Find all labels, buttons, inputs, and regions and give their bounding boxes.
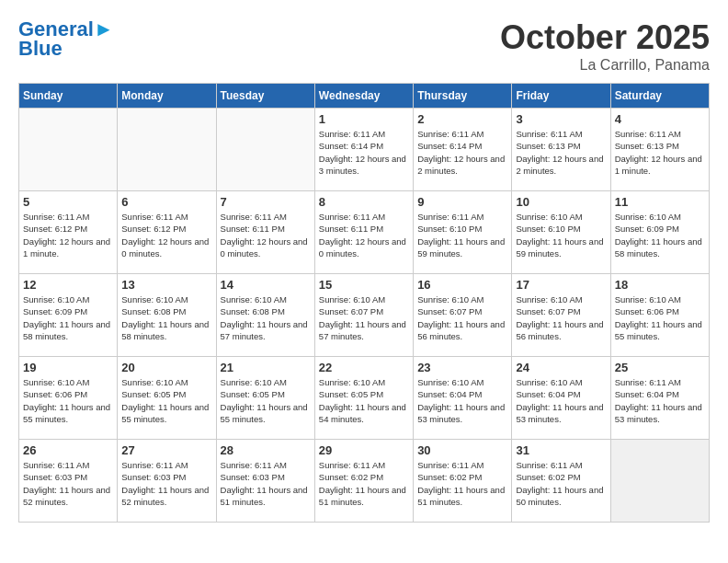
day-info: Sunrise: 6:10 AM Sunset: 6:10 PM Dayligh…: [516, 211, 606, 259]
calendar-cell: 16Sunrise: 6:10 AM Sunset: 6:07 PM Dayli…: [414, 274, 512, 357]
day-number: 28: [221, 443, 311, 457]
calendar-cell: [610, 440, 709, 523]
day-number: 31: [516, 443, 606, 457]
calendar-cell: [19, 109, 118, 191]
calendar-cell: 14Sunrise: 6:10 AM Sunset: 6:08 PM Dayli…: [216, 274, 314, 357]
day-info: Sunrise: 6:10 AM Sunset: 6:05 PM Dayligh…: [121, 376, 211, 425]
day-number: 12: [23, 278, 113, 292]
calendar-cell: 26Sunrise: 6:11 AM Sunset: 6:03 PM Dayli…: [19, 440, 118, 523]
calendar-cell: 13Sunrise: 6:10 AM Sunset: 6:08 PM Dayli…: [118, 274, 216, 357]
location-subtitle: La Carrillo, Panama: [500, 57, 710, 74]
calendar-cell: 31Sunrise: 6:11 AM Sunset: 6:02 PM Dayli…: [512, 440, 610, 523]
calendar-cell: 15Sunrise: 6:10 AM Sunset: 6:07 PM Dayli…: [314, 274, 413, 357]
day-number: 24: [516, 361, 606, 374]
calendar-cell: 20Sunrise: 6:10 AM Sunset: 6:05 PM Dayli…: [118, 357, 216, 440]
day-info: Sunrise: 6:10 AM Sunset: 6:08 PM Dayligh…: [221, 293, 311, 342]
calendar-cell: 10Sunrise: 6:10 AM Sunset: 6:10 PM Dayli…: [512, 191, 610, 274]
day-info: Sunrise: 6:11 AM Sunset: 6:03 PM Dayligh…: [23, 459, 113, 508]
day-number: 4: [615, 112, 705, 126]
calendar-cell: 30Sunrise: 6:11 AM Sunset: 6:02 PM Dayli…: [414, 440, 512, 523]
calendar-cell: 4Sunrise: 6:11 AM Sunset: 6:13 PM Daylig…: [610, 109, 709, 191]
day-info: Sunrise: 6:11 AM Sunset: 6:11 PM Dayligh…: [319, 211, 409, 259]
day-info: Sunrise: 6:11 AM Sunset: 6:11 PM Dayligh…: [221, 211, 311, 259]
day-number: 5: [23, 195, 113, 209]
day-number: 26: [23, 443, 113, 457]
day-number: 29: [319, 443, 409, 457]
day-number: 2: [417, 112, 507, 126]
calendar-cell: [216, 109, 314, 191]
day-number: 21: [221, 361, 311, 374]
day-info: Sunrise: 6:11 AM Sunset: 6:03 PM Dayligh…: [221, 459, 311, 508]
calendar-table: SundayMondayTuesdayWednesdayThursdayFrid…: [18, 83, 710, 523]
calendar-cell: 18Sunrise: 6:10 AM Sunset: 6:06 PM Dayli…: [610, 274, 709, 357]
calendar-cell: 29Sunrise: 6:11 AM Sunset: 6:02 PM Dayli…: [314, 440, 413, 523]
calendar-cell: 8Sunrise: 6:11 AM Sunset: 6:11 PM Daylig…: [314, 191, 413, 274]
day-number: 18: [615, 278, 705, 292]
calendar-cell: 17Sunrise: 6:10 AM Sunset: 6:07 PM Dayli…: [512, 274, 610, 357]
day-info: Sunrise: 6:11 AM Sunset: 6:12 PM Dayligh…: [23, 211, 113, 259]
day-number: 7: [221, 195, 311, 209]
day-info: Sunrise: 6:11 AM Sunset: 6:13 PM Dayligh…: [615, 128, 705, 177]
day-info: Sunrise: 6:10 AM Sunset: 6:06 PM Dayligh…: [23, 376, 113, 425]
calendar-cell: 12Sunrise: 6:10 AM Sunset: 6:09 PM Dayli…: [19, 274, 118, 357]
day-number: 8: [319, 195, 409, 209]
day-info: Sunrise: 6:10 AM Sunset: 6:07 PM Dayligh…: [319, 293, 409, 342]
day-info: Sunrise: 6:10 AM Sunset: 6:07 PM Dayligh…: [417, 293, 507, 342]
day-number: 19: [23, 361, 113, 374]
calendar-week-3: 12Sunrise: 6:10 AM Sunset: 6:09 PM Dayli…: [19, 274, 710, 357]
calendar-cell: 7Sunrise: 6:11 AM Sunset: 6:11 PM Daylig…: [216, 191, 314, 274]
day-info: Sunrise: 6:10 AM Sunset: 6:04 PM Dayligh…: [417, 376, 507, 425]
day-number: 22: [319, 361, 409, 374]
day-info: Sunrise: 6:11 AM Sunset: 6:02 PM Dayligh…: [319, 459, 409, 508]
calendar-cell: 5Sunrise: 6:11 AM Sunset: 6:12 PM Daylig…: [19, 191, 118, 274]
calendar-cell: 6Sunrise: 6:11 AM Sunset: 6:12 PM Daylig…: [118, 191, 216, 274]
day-info: Sunrise: 6:10 AM Sunset: 6:07 PM Dayligh…: [516, 293, 606, 342]
calendar-cell: 24Sunrise: 6:10 AM Sunset: 6:04 PM Dayli…: [512, 357, 610, 440]
day-info: Sunrise: 6:10 AM Sunset: 6:09 PM Dayligh…: [615, 211, 705, 259]
day-info: Sunrise: 6:11 AM Sunset: 6:13 PM Dayligh…: [516, 128, 606, 177]
logo: General► Blue: [18, 18, 114, 61]
calendar-cell: 22Sunrise: 6:10 AM Sunset: 6:05 PM Dayli…: [314, 357, 413, 440]
column-header-friday: Friday: [512, 84, 610, 109]
day-number: 11: [615, 195, 705, 209]
calendar-cell: [118, 109, 216, 191]
day-number: 1: [319, 112, 409, 126]
calendar-cell: 25Sunrise: 6:11 AM Sunset: 6:04 PM Dayli…: [610, 357, 709, 440]
calendar-week-4: 19Sunrise: 6:10 AM Sunset: 6:06 PM Dayli…: [19, 357, 710, 440]
day-number: 16: [417, 278, 507, 292]
column-header-monday: Monday: [118, 84, 216, 109]
day-number: 13: [121, 278, 211, 292]
day-number: 30: [417, 443, 507, 457]
calendar-cell: 3Sunrise: 6:11 AM Sunset: 6:13 PM Daylig…: [512, 109, 610, 191]
day-number: 3: [516, 112, 606, 126]
day-info: Sunrise: 6:10 AM Sunset: 6:05 PM Dayligh…: [319, 376, 409, 425]
column-header-saturday: Saturday: [610, 84, 709, 109]
column-header-wednesday: Wednesday: [314, 84, 413, 109]
day-info: Sunrise: 6:10 AM Sunset: 6:09 PM Dayligh…: [23, 293, 113, 342]
calendar-week-5: 26Sunrise: 6:11 AM Sunset: 6:03 PM Dayli…: [19, 440, 710, 523]
calendar-cell: 27Sunrise: 6:11 AM Sunset: 6:03 PM Dayli…: [118, 440, 216, 523]
calendar-cell: 11Sunrise: 6:10 AM Sunset: 6:09 PM Dayli…: [610, 191, 709, 274]
day-info: Sunrise: 6:11 AM Sunset: 6:14 PM Dayligh…: [319, 128, 409, 177]
calendar-cell: 23Sunrise: 6:10 AM Sunset: 6:04 PM Dayli…: [414, 357, 512, 440]
calendar-cell: 19Sunrise: 6:10 AM Sunset: 6:06 PM Dayli…: [19, 357, 118, 440]
column-header-thursday: Thursday: [414, 84, 512, 109]
day-number: 14: [221, 278, 311, 292]
day-info: Sunrise: 6:11 AM Sunset: 6:03 PM Dayligh…: [121, 459, 211, 508]
day-info: Sunrise: 6:10 AM Sunset: 6:08 PM Dayligh…: [121, 293, 211, 342]
column-header-tuesday: Tuesday: [216, 84, 314, 109]
day-info: Sunrise: 6:10 AM Sunset: 6:04 PM Dayligh…: [516, 376, 606, 425]
day-number: 10: [516, 195, 606, 209]
day-number: 15: [319, 278, 409, 292]
day-number: 9: [417, 195, 507, 209]
calendar-week-1: 1Sunrise: 6:11 AM Sunset: 6:14 PM Daylig…: [19, 109, 710, 191]
day-number: 20: [121, 361, 211, 374]
day-info: Sunrise: 6:10 AM Sunset: 6:05 PM Dayligh…: [221, 376, 311, 425]
day-info: Sunrise: 6:11 AM Sunset: 6:12 PM Dayligh…: [121, 211, 211, 259]
day-info: Sunrise: 6:11 AM Sunset: 6:02 PM Dayligh…: [417, 459, 507, 508]
day-number: 6: [121, 195, 211, 209]
calendar-cell: 2Sunrise: 6:11 AM Sunset: 6:14 PM Daylig…: [414, 109, 512, 191]
calendar-cell: 1Sunrise: 6:11 AM Sunset: 6:14 PM Daylig…: [314, 109, 413, 191]
day-number: 27: [121, 443, 211, 457]
day-number: 25: [615, 361, 705, 374]
